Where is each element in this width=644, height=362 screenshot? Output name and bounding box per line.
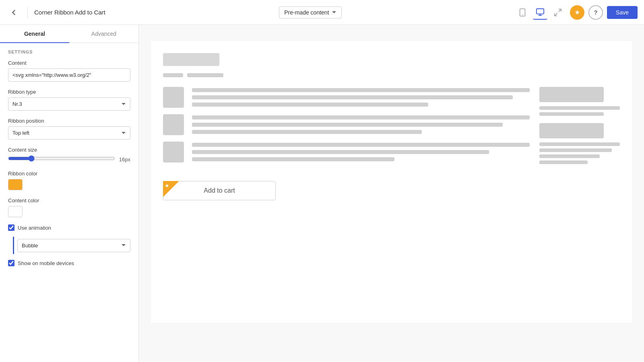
- animation-select-wrap: Bubble Pulse Bounce Shake: [17, 239, 130, 252]
- product-line: [192, 130, 422, 134]
- content-size-value: 16px: [119, 156, 130, 162]
- right-skel-box-1: [539, 87, 604, 102]
- product-line: [192, 150, 489, 154]
- preview-content: ★ Add to cart: [151, 41, 632, 323]
- product-image-3: [163, 142, 184, 162]
- page-title: Corner Ribbon Add to Cart: [34, 9, 105, 16]
- right-skel-box-2: [539, 123, 604, 138]
- left-col: [163, 87, 530, 169]
- content-color-swatch[interactable]: [8, 206, 23, 217]
- content-size-slider[interactable]: [8, 155, 115, 162]
- add-to-cart-button[interactable]: Add to cart: [163, 181, 276, 200]
- star-button[interactable]: ★: [570, 5, 584, 20]
- topbar-actions: ★ ? Save: [570, 5, 638, 20]
- product-image-1: [163, 87, 184, 108]
- content-label: Content: [8, 60, 130, 66]
- show-mobile-checkbox[interactable]: [8, 260, 14, 266]
- main-layout: General Advanced SETTINGS Content Ribbon…: [0, 25, 644, 362]
- tab-general[interactable]: General: [0, 25, 69, 43]
- desktop-device-button[interactable]: [533, 5, 547, 20]
- mobile-device-button[interactable]: [515, 5, 530, 20]
- ribbon-position-select[interactable]: Top left Top right Bottom left Bottom ri…: [8, 126, 130, 140]
- save-button[interactable]: Save: [607, 6, 638, 19]
- animation-type-row: Bubble Pulse Bounce Shake: [8, 237, 130, 254]
- product-lines-2: [192, 114, 530, 135]
- svg-line-6: [555, 13, 557, 15]
- skeleton-breadcrumbs: [163, 73, 620, 77]
- product-line: [192, 143, 530, 147]
- ribbon-color-swatch[interactable]: [8, 179, 23, 190]
- two-col-layout: [163, 87, 620, 169]
- content-color-label: Content color: [8, 197, 130, 204]
- right-skel-line: [539, 142, 620, 146]
- use-animation-label[interactable]: Use animation: [18, 225, 51, 231]
- ribbon-color-label: Ribbon color: [8, 171, 130, 177]
- right-skel-line: [539, 106, 620, 110]
- svg-rect-2: [537, 8, 544, 14]
- right-skel-line: [539, 154, 600, 158]
- help-button[interactable]: ?: [588, 5, 603, 20]
- animation-type-select[interactable]: Bubble Pulse Bounce Shake: [17, 239, 130, 252]
- tab-advanced[interactable]: Advanced: [69, 25, 138, 43]
- show-mobile-row: Show on mobile devices: [8, 260, 130, 266]
- product-line: [192, 103, 428, 107]
- show-mobile-label[interactable]: Show on mobile devices: [18, 260, 74, 266]
- back-button[interactable]: [6, 5, 21, 20]
- use-animation-checkbox[interactable]: [8, 224, 14, 231]
- product-row-2: [163, 114, 530, 135]
- product-lines-1: [192, 87, 530, 108]
- right-skel-line: [539, 112, 604, 116]
- star-icon: ★: [574, 8, 580, 16]
- sidebar: General Advanced SETTINGS Content Ribbon…: [0, 25, 139, 362]
- slider-row: 16px: [8, 155, 130, 163]
- content-field: Content: [8, 60, 130, 82]
- ribbon-star-icon: ★: [165, 183, 169, 189]
- responsive-device-button[interactable]: [551, 5, 565, 20]
- content-color-field: Content color: [8, 197, 130, 217]
- ribbon-position-field: Ribbon position Top left Top right Botto…: [8, 118, 130, 140]
- slider-wrap: [8, 155, 115, 163]
- right-skel-line: [539, 148, 612, 152]
- tab-bar: General Advanced: [0, 25, 138, 43]
- sidebar-content: SETTINGS Content Ribbon type Nr.3 Nr.1 N…: [0, 43, 138, 362]
- right-skel-line: [539, 160, 588, 164]
- ribbon-type-field: Ribbon type Nr.3 Nr.1 Nr.2 Nr.4: [8, 89, 130, 111]
- device-icons: [515, 5, 565, 20]
- topbar-divider: [27, 6, 28, 19]
- right-col: [539, 87, 620, 169]
- ribbon-type-select[interactable]: Nr.3 Nr.1 Nr.2 Nr.4: [8, 97, 130, 111]
- help-icon: ?: [594, 9, 597, 16]
- content-size-label: Content size: [8, 147, 130, 153]
- ribbon-color-field: Ribbon color: [8, 171, 130, 190]
- product-row-1: [163, 87, 530, 108]
- product-line: [192, 95, 513, 99]
- skeleton-bc-2: [187, 73, 223, 77]
- settings-section-label: SETTINGS: [8, 49, 130, 54]
- product-image-2: [163, 114, 184, 135]
- product-row-3: [163, 142, 530, 162]
- content-input[interactable]: [8, 68, 130, 82]
- ribbon-position-label: Ribbon position: [8, 118, 130, 124]
- svg-line-5: [559, 9, 561, 11]
- product-line: [192, 88, 530, 92]
- skeleton-bc-1: [163, 73, 183, 77]
- premade-content-dropdown[interactable]: Pre-made content: [279, 6, 341, 19]
- ribbon-type-label: Ribbon type: [8, 89, 130, 95]
- skeleton-title: [163, 53, 219, 66]
- product-lines-3: [192, 142, 530, 162]
- content-size-field: Content size 16px: [8, 147, 130, 163]
- product-line: [192, 123, 503, 127]
- preview-area: ★ Add to cart: [139, 25, 644, 362]
- product-line: [192, 115, 530, 119]
- ribbon-corner: ★: [163, 181, 179, 197]
- add-to-cart-wrapper: ★ Add to cart: [163, 181, 276, 200]
- animation-indicator: [13, 237, 14, 254]
- use-animation-row: Use animation: [8, 224, 130, 231]
- topbar: Corner Ribbon Add to Cart Pre-made conte…: [0, 0, 644, 25]
- product-line: [192, 157, 394, 161]
